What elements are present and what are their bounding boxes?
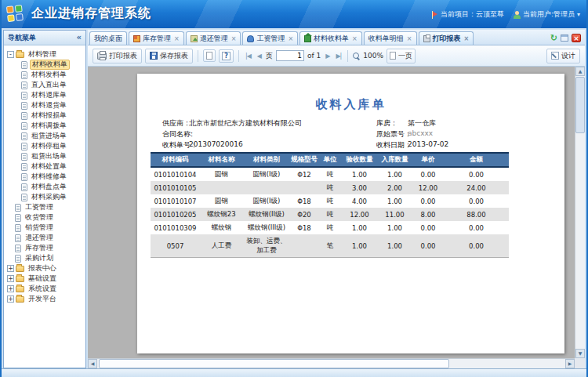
tree-item-label: 材料收料单 <box>30 60 70 70</box>
tab-material-receipt[interactable]: 材料收料单× <box>299 31 362 45</box>
tab-my-desktop[interactable]: 我的桌面 <box>89 31 127 45</box>
tree-item[interactable]: 材料退库单 <box>5 90 85 100</box>
inventory-icon <box>133 35 140 42</box>
tab-print-report[interactable]: 打印报表× <box>419 31 474 45</box>
tree-item[interactable]: 采购计划 <box>5 253 85 263</box>
scroll-left-icon[interactable]: ◀ <box>88 359 97 368</box>
tab-label: 退还管理 <box>200 34 228 44</box>
sidebar-title: 导航菜单 <box>8 31 36 45</box>
return-icon <box>191 35 198 42</box>
tree-item[interactable]: 库存管理 <box>5 243 85 253</box>
prev-page-button[interactable]: ◀ <box>256 52 263 60</box>
close-tab-icon[interactable]: × <box>231 35 237 42</box>
tree-item[interactable]: 材料发料单 <box>5 70 85 80</box>
tree-item[interactable]: 租赁出场单 <box>5 151 85 161</box>
tree-item[interactable]: 直入直出单 <box>5 80 85 90</box>
tree-item[interactable]: 材料报损单 <box>5 111 85 121</box>
save-report-button[interactable]: 保存报表 <box>145 49 193 63</box>
tree-item[interactable]: 销货管理 <box>5 223 85 233</box>
scroll-down-icon[interactable]: ▼ <box>575 349 585 358</box>
date-value: 2013-07-02 <box>408 140 448 148</box>
zoom-icon[interactable] <box>353 53 360 60</box>
tree-item[interactable]: 材料调拨单 <box>5 121 85 131</box>
tree-item[interactable]: 收货管理 <box>5 212 85 223</box>
collapse-node-icon[interactable]: - <box>7 51 14 58</box>
first-page-button[interactable]: |◀ <box>244 52 252 60</box>
cell: 1.00 <box>377 234 412 258</box>
restore-window-icon[interactable] <box>561 34 568 42</box>
expand-node-icon[interactable]: + <box>7 265 14 272</box>
print-report-button[interactable]: 打印报表 <box>93 49 142 63</box>
tab-inventory[interactable]: 库存管理× <box>129 31 184 45</box>
current-user-menu[interactable]: 当前用户:管理员 ▾ <box>514 9 580 20</box>
horizontal-scrollbar[interactable]: ◀ ▶ <box>88 358 575 368</box>
tree-item[interactable]: 材料采购单 <box>5 192 85 202</box>
scroll-up-icon[interactable]: ▲ <box>575 67 585 76</box>
tree-folder[interactable]: +报表中心 <box>5 263 85 274</box>
help-button[interactable]: ? <box>219 49 234 63</box>
document-icon <box>21 143 27 150</box>
tab-payroll[interactable]: 工资管理× <box>242 31 298 45</box>
expand-node-icon[interactable]: + <box>7 275 14 282</box>
tab-returns[interactable]: 退还管理× <box>186 31 241 45</box>
expand-node-icon[interactable]: + <box>7 295 14 303</box>
cell: 0.00 <box>412 221 444 234</box>
cell: 0101010205 <box>151 208 200 221</box>
tree-folder[interactable]: +基础设置 <box>5 274 85 284</box>
warehouse-label: 库房： <box>376 118 397 129</box>
tree-node-label: 材料管理 <box>27 49 58 60</box>
close-tab-icon[interactable]: × <box>174 35 180 42</box>
close-tab-icon[interactable]: × <box>464 35 470 42</box>
caret-down-icon[interactable]: ▾ <box>577 11 580 18</box>
collapse-sidebar-icon[interactable]: « <box>77 31 82 45</box>
report-title: 收料入库单 <box>137 97 564 112</box>
status-bar <box>2 368 586 377</box>
report-page: 收料入库单 供应商： 北京市新世纪东方建筑材料有限公司 合同名称: 收料单号： … <box>137 74 564 353</box>
tree-item[interactable]: 工资管理 <box>5 202 85 212</box>
table-row: 0101010309螺纹钢螺纹钢(III级)Φ18吨1.001.000.000.… <box>151 221 509 234</box>
export-button[interactable] <box>203 49 216 62</box>
cell: 0.00 <box>444 221 509 234</box>
tree-folder[interactable]: +开发平台 <box>5 294 85 304</box>
current-user-label: 当前用户:管理员 <box>523 9 575 20</box>
next-page-button[interactable]: ▶ <box>324 52 331 60</box>
tree-item[interactable]: 材料退货单 <box>5 100 85 111</box>
tree-item-label: 工资管理 <box>24 202 55 212</box>
close-tab-icon[interactable]: × <box>407 35 412 42</box>
close-icon[interactable]: × <box>572 34 581 42</box>
scroll-right-icon[interactable]: ▶ <box>565 359 575 368</box>
vertical-scrollbar[interactable]: ▲ ▼ <box>575 67 585 358</box>
cell: 笔 <box>318 234 342 258</box>
ticket-label: 原始票号： <box>376 129 412 140</box>
document-icon <box>21 122 27 130</box>
cell: 吨 <box>318 167 342 181</box>
tree-item[interactable]: 材料处置单 <box>5 161 85 172</box>
tree-folder-material[interactable]: - 材料管理 <box>5 49 85 60</box>
table-row: 0101010104圆钢圆钢(I级)Φ12吨1.001.000.000.00 <box>151 167 509 181</box>
design-button[interactable]: 设计 <box>546 49 580 63</box>
tree-item-label: 销货管理 <box>24 223 55 233</box>
tree-item[interactable]: 租赁进场单 <box>5 131 85 141</box>
tree-folder[interactable]: +系统设置 <box>5 284 85 294</box>
tree-item[interactable]: 材料收料单 <box>5 60 85 70</box>
refresh-icon[interactable]: ↻ <box>550 34 557 42</box>
zoom-level[interactable]: 100% <box>363 52 383 60</box>
document-icon <box>15 214 21 222</box>
close-tab-icon[interactable]: × <box>352 35 358 42</box>
page-count-label: of 1 <box>307 52 321 60</box>
tab-receipt-detail[interactable]: 收料单明细× <box>364 31 417 45</box>
tree-item[interactable]: 材料维修单 <box>5 172 85 182</box>
vertical-scroll-thumb[interactable] <box>575 77 585 133</box>
document-icon <box>21 61 27 69</box>
page-number-input[interactable] <box>276 50 304 61</box>
tree-item[interactable]: 材料停租单 <box>5 141 85 151</box>
cell: 1.00 <box>377 221 412 234</box>
expand-node-icon[interactable]: + <box>7 285 14 292</box>
last-page-button[interactable]: ▶| <box>334 52 343 60</box>
close-tab-icon[interactable]: × <box>288 35 293 42</box>
tree-item[interactable]: 退还管理 <box>5 233 85 243</box>
fit-one-page-button[interactable]: 一页 <box>387 49 416 63</box>
tree-item[interactable]: 材料盘点单 <box>5 182 85 192</box>
horizontal-scroll-thumb[interactable] <box>99 359 449 368</box>
printer-icon <box>97 53 107 60</box>
